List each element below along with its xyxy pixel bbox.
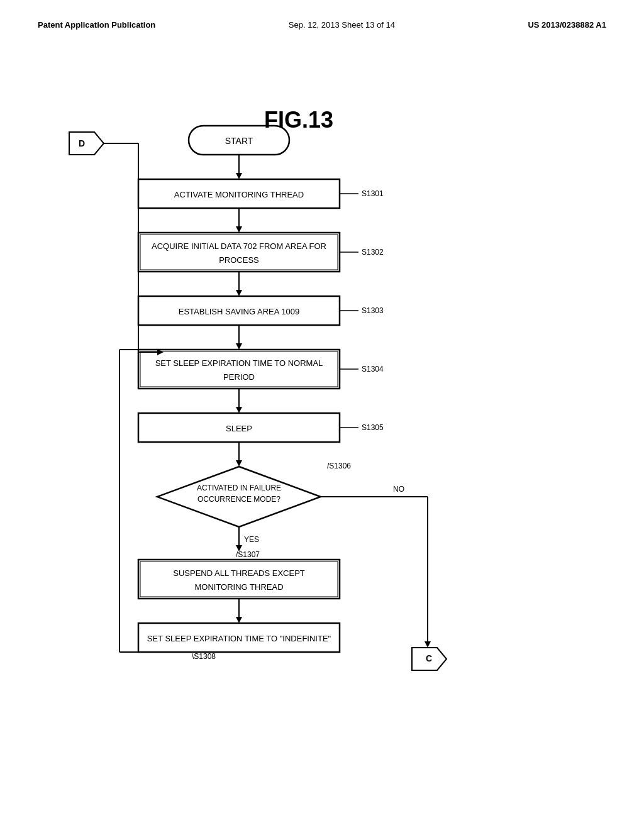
svg-text:SUSPEND ALL THREADS EXCEPT: SUSPEND ALL THREADS EXCEPT: [173, 568, 305, 578]
svg-text:/S1306: /S1306: [327, 462, 351, 470]
svg-marker-57: [236, 617, 242, 623]
svg-text:PERIOD: PERIOD: [223, 372, 255, 382]
svg-marker-43: [236, 460, 242, 467]
svg-marker-29: [236, 343, 242, 350]
svg-text:MONITORING THREAD: MONITORING THREAD: [194, 582, 283, 592]
svg-marker-19: [236, 290, 242, 296]
header-left: Patent Application Publication: [38, 20, 155, 30]
svg-text:ACQUIRE INITIAL DATA 702 FROM : ACQUIRE INITIAL DATA 702 FROM AREA FOR: [152, 241, 326, 251]
flowchart-svg: D START ACTIVATE MONITORING THREAD S1301…: [50, 107, 591, 736]
page: Patent Application Publication Sep. 12, …: [0, 0, 644, 830]
svg-text:OCCURRENCE MODE?: OCCURRENCE MODE?: [197, 495, 280, 504]
svg-text:S1304: S1304: [362, 365, 384, 374]
svg-rect-52: [138, 560, 340, 599]
svg-text:ACTIVATED IN FAILURE: ACTIVATED IN FAILURE: [197, 484, 281, 492]
svg-marker-64: [425, 641, 431, 648]
svg-text:SLEEP: SLEEP: [226, 424, 252, 433]
svg-text:SET SLEEP EXPIRATION TIME TO N: SET SLEEP EXPIRATION TIME TO NORMAL: [155, 358, 323, 368]
svg-text:/S1307: /S1307: [236, 550, 260, 559]
svg-text:S1305: S1305: [362, 423, 384, 432]
svg-text:SET SLEEP EXPIRATION TIME TO ": SET SLEEP EXPIRATION TIME TO "INDEFINITE…: [147, 634, 331, 643]
svg-text:\S1308: \S1308: [192, 652, 216, 661]
svg-rect-30: [138, 350, 340, 389]
svg-text:ESTABLISH SAVING AREA 1009: ESTABLISH SAVING AREA 1009: [179, 307, 299, 316]
svg-text:YES: YES: [244, 535, 259, 544]
diagram-area: FIG.13 D START ACTIVATE MONITORING THREA…: [50, 107, 591, 736]
header-center: Sep. 12, 2013 Sheet 13 of 14: [289, 20, 395, 30]
svg-marker-37: [236, 407, 242, 413]
header: Patent Application Publication Sep. 12, …: [0, 0, 644, 30]
header-right: US 2013/0238882 A1: [528, 20, 606, 30]
svg-marker-11: [236, 226, 242, 233]
svg-text:START: START: [225, 136, 253, 146]
svg-text:D: D: [79, 138, 85, 148]
svg-text:C: C: [426, 653, 432, 663]
svg-text:ACTIVATE MONITORING THREAD: ACTIVATE MONITORING THREAD: [174, 190, 304, 199]
svg-text:S1302: S1302: [362, 248, 384, 257]
svg-text:PROCESS: PROCESS: [219, 255, 259, 265]
svg-text:S1301: S1301: [362, 189, 384, 198]
svg-rect-12: [138, 233, 340, 272]
svg-text:S1303: S1303: [362, 306, 384, 315]
svg-text:NO: NO: [393, 485, 404, 494]
svg-marker-0: [69, 132, 104, 155]
svg-marker-5: [236, 173, 242, 179]
